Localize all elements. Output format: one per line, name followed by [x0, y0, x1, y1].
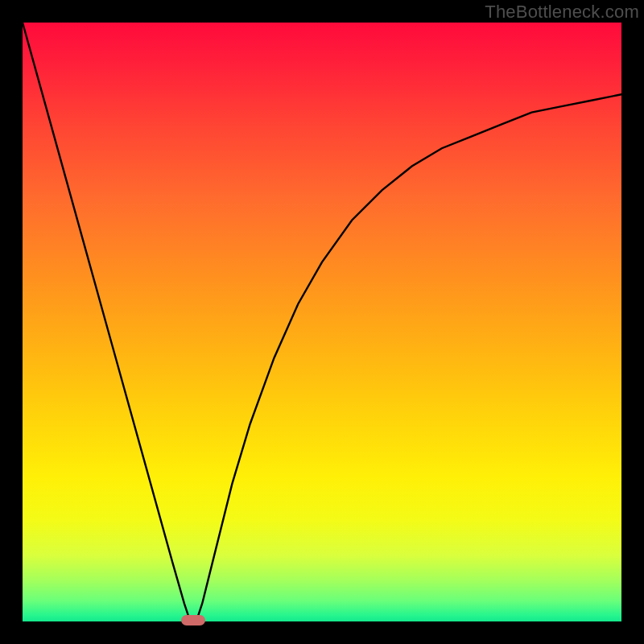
bottleneck-curve: [23, 23, 621, 621]
chart-frame: [23, 23, 621, 621]
watermark-text: TheBottleneck.com: [485, 2, 639, 23]
optimal-marker: [181, 615, 205, 625]
